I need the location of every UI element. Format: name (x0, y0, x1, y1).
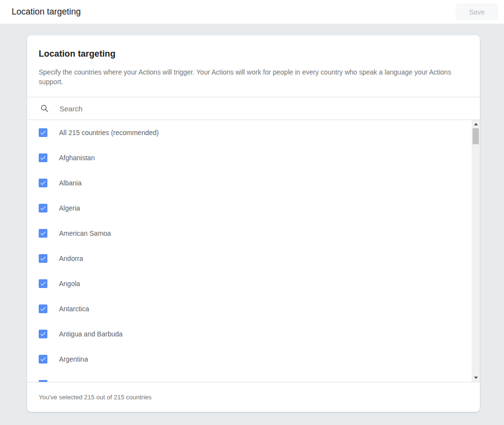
country-row[interactable]: Afghanistan (27, 145, 480, 170)
checkmark-icon (40, 305, 46, 312)
scrollbar[interactable] (472, 120, 480, 382)
save-button[interactable]: Save (456, 3, 498, 20)
checkmark-icon (40, 230, 46, 237)
country-label: Argentina (59, 355, 88, 363)
top-bar: Location targeting Save (0, 0, 504, 24)
country-checkbox[interactable] (39, 254, 47, 263)
country-checkbox[interactable] (39, 204, 47, 212)
page-title: Location targeting (12, 7, 81, 17)
country-checkbox[interactable] (39, 153, 47, 162)
checkmark-icon (40, 255, 46, 262)
country-checkbox[interactable] (39, 179, 47, 187)
scroll-up-button[interactable] (472, 120, 480, 128)
country-row[interactable]: Andorra (27, 246, 480, 271)
checkmark-icon (40, 129, 46, 136)
search-icon (40, 104, 49, 113)
country-checkbox[interactable] (39, 128, 47, 137)
scroll-up-icon (474, 123, 478, 125)
card-description: Specify the countries where your Actions… (39, 67, 459, 87)
location-targeting-card: Location targeting Specify the countries… (27, 35, 480, 412)
checkmark-icon (40, 331, 46, 337)
country-checkbox[interactable] (39, 355, 47, 364)
country-row[interactable]: Angola (27, 271, 480, 296)
country-checkbox[interactable] (39, 304, 47, 313)
scroll-down-icon (474, 377, 478, 379)
country-row[interactable]: Algeria (27, 196, 480, 221)
scroll-down-button[interactable] (472, 374, 480, 382)
country-label: American Samoa (59, 229, 111, 237)
card-header: Location targeting Specify the countries… (27, 35, 480, 97)
card-heading: Location targeting (39, 49, 468, 59)
country-label: Algeria (59, 204, 80, 212)
country-checkbox[interactable] (39, 330, 47, 338)
country-row[interactable]: American Samoa (27, 221, 480, 246)
country-label: Antarctica (59, 305, 89, 313)
country-checkbox[interactable] (39, 380, 47, 382)
checkmark-icon (40, 205, 46, 212)
country-label: All 215 countries (recommended) (59, 129, 159, 137)
country-label: Antigua and Barbuda (59, 330, 123, 338)
search-row (27, 97, 480, 120)
checkmark-icon (40, 180, 46, 186)
country-label: Albania (59, 179, 82, 187)
country-checkbox[interactable] (39, 229, 47, 238)
country-row[interactable]: Albania (27, 170, 480, 196)
country-label: Afghanistan (59, 154, 95, 162)
country-row[interactable]: Antigua and Barbuda (27, 321, 480, 347)
search-input[interactable] (59, 105, 480, 113)
country-row[interactable]: Antarctica (27, 296, 480, 321)
country-row[interactable] (27, 372, 480, 382)
country-list: All 215 countries (recommended) Afghanis… (27, 120, 480, 382)
checkmark-icon (40, 154, 46, 161)
card-footer: You've selected 215 out of 215 countries (27, 382, 480, 412)
checkmark-icon (40, 280, 46, 287)
checkmark-icon (40, 356, 46, 363)
country-label: Andorra (59, 255, 83, 262)
country-row[interactable]: All 215 countries (recommended) (27, 120, 480, 145)
checkmark-icon (40, 381, 46, 382)
country-row[interactable]: Argentina (27, 347, 480, 372)
scrollbar-thumb[interactable] (473, 128, 479, 144)
country-checkbox[interactable] (39, 279, 47, 288)
country-label: Angola (59, 280, 80, 288)
selection-summary: You've selected 215 out of 215 countries (39, 394, 151, 401)
